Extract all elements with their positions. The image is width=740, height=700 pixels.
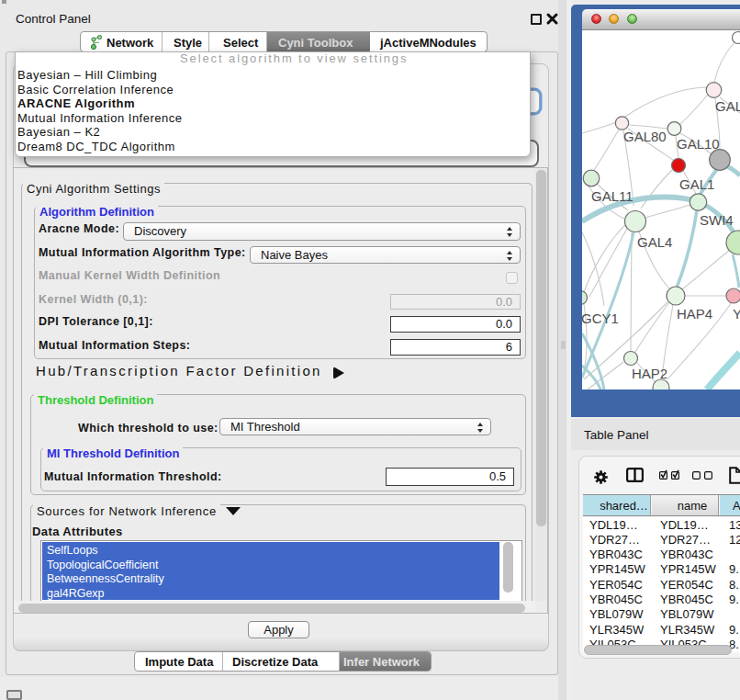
svg-text:HAP4: HAP4 bbox=[677, 306, 712, 322]
svg-text:Y: Y bbox=[733, 306, 740, 322]
svg-text:GAL8: GAL8 bbox=[715, 98, 740, 114]
svg-text:GCY1: GCY1 bbox=[582, 310, 619, 326]
svg-text:GAL4: GAL4 bbox=[637, 234, 672, 250]
svg-text:GAL11: GAL11 bbox=[591, 188, 633, 204]
svg-text:GAL1: GAL1 bbox=[679, 176, 714, 192]
svg-text:HAP2: HAP2 bbox=[632, 366, 667, 381]
svg-text:GAL10: GAL10 bbox=[677, 136, 720, 152]
svg-text:GAL80: GAL80 bbox=[623, 129, 667, 144]
svg-text:SWI4: SWI4 bbox=[700, 212, 734, 228]
